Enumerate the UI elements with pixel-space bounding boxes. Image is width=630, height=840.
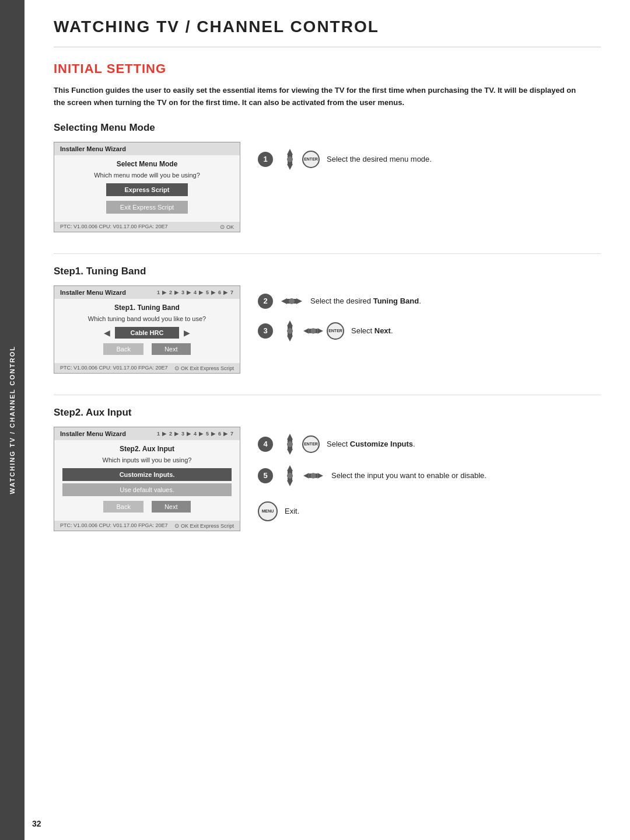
dpad-updown-icon-5 <box>280 464 300 487</box>
svg-marker-20 <box>287 465 293 471</box>
dpad-down-icon <box>280 319 300 343</box>
wizard-option1[interactable]: Express Script <box>106 183 188 196</box>
tuning-band-instructions: 2 Select the desired Tuning Band. 3 <box>258 285 601 343</box>
dpad-leftright-icon <box>280 291 303 311</box>
wizard-option2[interactable]: Exit Express Script <box>106 201 188 214</box>
selecting-menu-mode-row: Installer Menu Wizard Select Menu Mode W… <box>54 142 601 232</box>
wizard-aux-footer-left: PTC: V1.00.006 CPU: V01.17.00 FPGA: 20E7 <box>60 522 168 529</box>
wizard-select-menu: Installer Menu Wizard Select Menu Mode W… <box>54 142 240 232</box>
svg-marker-22 <box>287 480 293 486</box>
wizard-subtitle: Select Menu Mode <box>62 160 232 168</box>
svg-marker-16 <box>287 434 293 440</box>
menu-button-icon: MENU <box>258 501 278 521</box>
tuning-band-row: ◀ Cable HRC ▶ <box>62 327 232 339</box>
wizard-aux-buttons: Back Next <box>62 501 232 513</box>
wizard-tuning-subtitle: Step1. Tuning Band <box>62 304 232 312</box>
svg-marker-12 <box>303 328 309 333</box>
instruction-step3: 3 ENTER <box>258 319 601 343</box>
remote-icons-4: ENTER <box>280 433 320 456</box>
wizard-aux-subtitle: Step2. Aux Input <box>62 445 232 453</box>
left-arrow-icon: ◀ <box>104 328 110 337</box>
remote-icons-5 <box>280 464 324 487</box>
svg-point-3 <box>287 156 293 162</box>
step5-text: Select the input you want to enable or d… <box>331 471 487 480</box>
step1-text: Select the desired menu mode. <box>327 155 432 163</box>
svg-marker-14 <box>318 328 323 333</box>
wizard-tuning-footer-right: ⊙ OK Exit Express Script <box>174 365 234 371</box>
step2-aux-input-row: Installer Menu Wizard 1 ▶ 2 ▶ 3 ▶ 4 ▶ 5 … <box>54 427 601 531</box>
wizard-question: Which menu mode will you be using? <box>62 172 232 179</box>
svg-marker-24 <box>303 473 309 478</box>
svg-point-7 <box>289 298 295 304</box>
page-title: WATCHING TV / CHANNEL CONTROL <box>54 18 601 47</box>
step-num-2: 2 <box>258 294 273 309</box>
section-divider-2 <box>54 395 601 395</box>
step-num-1: 1 <box>258 152 273 167</box>
wizard-aux-option1[interactable]: Customize Inputs. <box>62 468 232 481</box>
exit-text: Exit. <box>285 507 299 515</box>
wizard-footer-left: PTC: V1.00.006 CPU: V01.17.00 FPGA: 20E7 <box>60 224 168 230</box>
aux-back-button[interactable]: Back <box>103 501 143 513</box>
svg-point-23 <box>287 473 293 479</box>
enter-button-icon-4: ENTER <box>302 435 320 453</box>
dpad-lr-icon-5 <box>302 466 324 485</box>
main-content: WATCHING TV / CHANNEL CONTROL INITIAL SE… <box>24 0 630 587</box>
instruction-step2: 2 Select the desired Tuning Band. <box>258 291 601 311</box>
section-divider-1 <box>54 253 601 254</box>
wizard-aux-question: Which inputs will you be using? <box>62 456 232 463</box>
step1-tuning-band-row: Installer Menu Wizard 1 ▶ 2 ▶ 3 ▶ 4 ▶ 5 … <box>54 285 601 374</box>
wizard-aux-footer: PTC: V1.00.006 CPU: V01.17.00 FPGA: 20E7… <box>54 521 240 531</box>
wizard-aux-input: Installer Menu Wizard 1 ▶ 2 ▶ 3 ▶ 4 ▶ 5 … <box>54 427 240 531</box>
wizard-aux-footer-right: ⊙ OK Exit Express Script <box>174 522 234 529</box>
sidebar: WATCHING TV / CHANNEL CONTROL <box>0 0 24 840</box>
instruction-exit: MENU Exit. <box>258 501 601 521</box>
svg-marker-6 <box>296 298 302 304</box>
svg-marker-4 <box>281 298 287 304</box>
back-button[interactable]: Back <box>103 343 143 355</box>
remote-icons-2 <box>280 291 303 311</box>
dpad-updown-icon-4 <box>280 433 300 456</box>
svg-point-11 <box>287 328 293 334</box>
svg-point-15 <box>310 328 316 333</box>
svg-marker-10 <box>287 336 293 341</box>
step2-text: Select the desired Tuning Band. <box>310 297 421 305</box>
next-button-1[interactable]: Next <box>152 343 191 355</box>
page-number: 32 <box>32 819 41 828</box>
wizard-aux-body: Step2. Aux Input Which inputs will you b… <box>54 440 240 521</box>
svg-marker-2 <box>287 164 293 170</box>
remote-icons-1: ENTER <box>280 148 320 171</box>
svg-point-19 <box>287 441 293 447</box>
intro-text: This Function guides the user to easily … <box>54 85 579 109</box>
wizard-tuning-buttons: Back Next <box>62 343 232 355</box>
wizard-aux-steps: 1 ▶ 2 ▶ 3 ▶ 4 ▶ 5 ▶ 6 ▶ 7 <box>157 431 234 437</box>
wizard-aux-title-bar: Installer Menu Wizard 1 ▶ 2 ▶ 3 ▶ 4 ▶ 5 … <box>54 427 240 440</box>
next-button-2[interactable]: Next <box>152 501 191 513</box>
instruction-step1: 1 ENTER Select the desired menu mode. <box>258 148 601 171</box>
step3-text: Select Next. <box>351 326 393 335</box>
dpad-lr-small-icon <box>302 322 324 340</box>
section-title: INITIAL SETTING <box>54 61 601 76</box>
wizard-footer-right: ⊙ OK <box>220 224 234 230</box>
tuning-band-label: Cable HRC <box>115 327 179 339</box>
wizard-tuning-body: Step1. Tuning Band Which tuning band wou… <box>54 299 240 363</box>
svg-marker-18 <box>287 449 293 455</box>
step1-tuning-band-heading: Step1. Tuning Band <box>54 266 601 277</box>
step-num-5: 5 <box>258 468 273 483</box>
step-num-3: 3 <box>258 323 273 339</box>
wizard-tuning-footer: PTC: V1.00.006 CPU: V01.17.00 FPGA: 20E7… <box>54 363 240 373</box>
aux-input-instructions: 4 ENTER Select Customize Inputs. 5 <box>258 427 601 521</box>
step2-aux-input-heading: Step2. Aux Input <box>54 407 601 419</box>
wizard-title: Installer Menu Wizard <box>60 145 126 152</box>
step4-text: Select Customize Inputs. <box>327 440 415 448</box>
step-num-4: 4 <box>258 437 273 452</box>
selecting-menu-mode-heading: Selecting Menu Mode <box>54 122 601 134</box>
dpad-updown-icon <box>280 148 300 171</box>
svg-point-27 <box>310 473 316 478</box>
wizard-aux-option2[interactable]: Use default values. <box>62 483 232 496</box>
selecting-menu-instructions: 1 ENTER Select the desired menu mode. <box>258 142 601 171</box>
wizard-tuning-title: Installer Menu Wizard <box>60 289 126 296</box>
sidebar-label: WATCHING TV / CHANNEL CONTROL <box>9 346 16 494</box>
wizard-tuning-footer-left: PTC: V1.00.006 CPU: V01.17.00 FPGA: 20E7 <box>60 365 168 371</box>
enter-button-icon-3: ENTER <box>327 322 344 340</box>
wizard-body: Select Menu Mode Which menu mode will yo… <box>54 155 240 222</box>
